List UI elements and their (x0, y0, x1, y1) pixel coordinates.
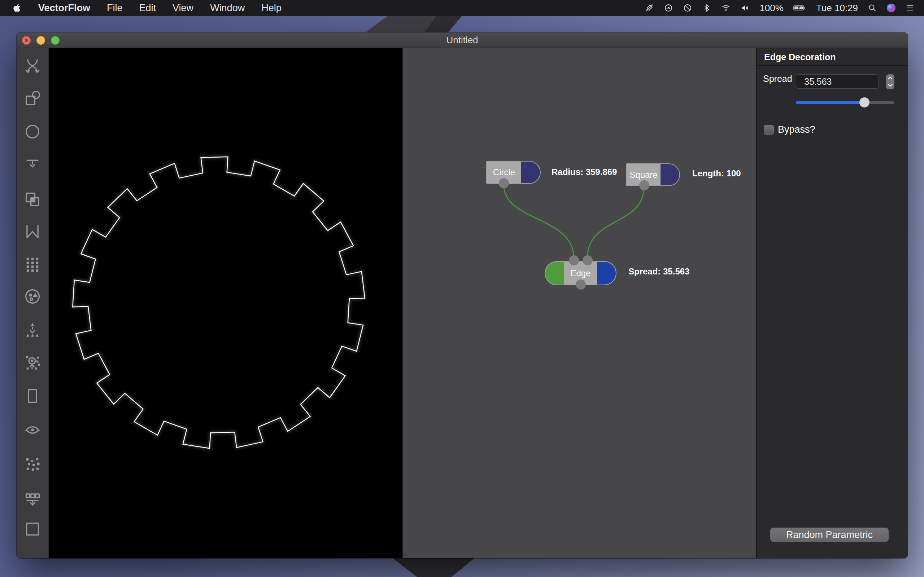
toolbar-button-bounds-square[interactable] (22, 518, 43, 540)
slider-fill (796, 102, 864, 104)
toolbar-button-circle-shape[interactable] (22, 121, 43, 142)
edge-input-port-1[interactable] (569, 255, 579, 266)
toolbar-button-crossing-paths[interactable] (22, 55, 43, 77)
pen-slash-icon[interactable] (645, 3, 654, 13)
toolbar-button-distribute-copies[interactable] (22, 319, 43, 341)
square-output-port[interactable] (639, 180, 649, 190)
desktop: VectorFlow File Edit View Window Help (0, 0, 924, 577)
siri-icon[interactable] (887, 3, 895, 12)
slider-knob[interactable] (859, 97, 869, 108)
toolbar-button-scatter-points[interactable] (22, 453, 43, 475)
notification-list-icon[interactable] (905, 3, 914, 13)
volume-icon[interactable] (740, 3, 750, 13)
insert-point-icon (23, 154, 42, 173)
creative-cloud-icon[interactable] (664, 3, 673, 13)
do-not-disturb-icon[interactable] (683, 3, 692, 13)
edge-param-label: Spread: 35.563 (628, 266, 690, 277)
window-title: Untitled (446, 35, 478, 46)
inspector-title: Edge Decoration (764, 52, 836, 62)
minimize-button[interactable] (36, 36, 45, 45)
toolbar-button-union-shapes[interactable] (22, 88, 43, 109)
toolbar-button-frame-rect[interactable] (22, 385, 43, 407)
frame-rect-icon (23, 387, 42, 405)
menu-file[interactable]: File (107, 3, 123, 14)
node-square-output-cap (661, 164, 679, 185)
bypass-label: Bypass? (778, 124, 815, 135)
render-canvas[interactable] (49, 48, 402, 558)
toolbar-button-zigzag-path[interactable] (22, 221, 43, 242)
node-edge-input-cap (545, 262, 564, 285)
edge-output-port[interactable] (576, 279, 586, 290)
edge-input-port-2[interactable] (583, 255, 593, 266)
spread-stepper[interactable] (886, 74, 894, 89)
divider (757, 65, 908, 66)
shape-collection-icon (23, 287, 42, 306)
bypass-checkbox[interactable] (764, 125, 774, 135)
node-graph-editor[interactable]: Circle Square Edge Radius: 359.869 Lengt… (402, 48, 756, 558)
toolbar-button-shape-collection[interactable] (22, 285, 43, 307)
spread-slider[interactable] (796, 97, 894, 108)
stepper-up-icon[interactable] (886, 74, 894, 82)
gear-outline-shape (73, 157, 365, 448)
visibility-eye-icon (23, 420, 42, 438)
spotlight-search-icon[interactable] (868, 3, 877, 13)
toolbar-button-grid-points[interactable] (22, 253, 43, 275)
node-edge-output-cap (597, 262, 616, 285)
zoom-button[interactable] (51, 36, 60, 45)
bounds-square-icon (23, 520, 42, 538)
spread-input[interactable] (796, 74, 879, 89)
battery-icon (793, 3, 806, 13)
wifi-icon[interactable] (721, 3, 730, 13)
menu-app-name[interactable]: VectorFlow (38, 3, 90, 14)
square-param-label: Length: 100 (692, 168, 741, 179)
battery-percent: 100% (759, 3, 783, 14)
inspector-panel: Edge Decoration Spread Bypass? Random Pa… (756, 48, 908, 558)
wire-circle-to-edge[interactable] (504, 186, 574, 256)
toolbar-button-gather-points[interactable] (22, 351, 43, 373)
circle-output-port[interactable] (499, 178, 509, 188)
wallpaper-shape (393, 558, 474, 577)
grid-points-icon (23, 255, 42, 273)
node-square-label: Square (630, 170, 657, 180)
menu-clock[interactable]: Tue 10:29 (816, 3, 858, 14)
toolbar-button-insert-point[interactable] (22, 153, 43, 174)
node-edge-label: Edge (570, 268, 591, 279)
stepper-down-icon[interactable] (886, 82, 894, 89)
spread-label: Spread (763, 74, 792, 84)
toolbar-button-visibility-eye[interactable] (22, 418, 43, 440)
merge-collect-icon (23, 490, 42, 509)
menu-help[interactable]: Help (261, 3, 281, 14)
crossing-paths-icon (23, 56, 42, 76)
menu-view[interactable]: View (173, 3, 194, 14)
apple-menu-icon[interactable] (12, 3, 22, 13)
duplicate-shapes-icon (23, 190, 42, 209)
menu-edit[interactable]: Edit (139, 3, 156, 14)
node-circle-label: Circle (493, 167, 515, 177)
toolbar-button-merge-collect[interactable] (22, 488, 43, 510)
distribute-copies-icon (23, 321, 42, 339)
wire-square-to-edge[interactable] (587, 188, 644, 256)
menu-window[interactable]: Window (210, 3, 245, 14)
menu-bar: VectorFlow File Edit View Window Help (0, 0, 924, 16)
node-circle-output-cap (521, 161, 540, 183)
node-circle[interactable]: Circle (486, 161, 541, 184)
circle-shape-icon (23, 122, 42, 141)
node-square[interactable]: Square (626, 163, 680, 186)
title-bar[interactable]: Untitled (16, 32, 908, 48)
random-parametric-button[interactable]: Random Parametric (770, 528, 888, 542)
circle-param-label: Radius: 359.869 (551, 167, 617, 177)
app-window: Untitled (16, 32, 908, 558)
union-shapes-icon (23, 89, 42, 108)
close-button[interactable] (22, 36, 31, 45)
scatter-points-icon (23, 455, 42, 474)
bluetooth-icon[interactable] (702, 3, 711, 13)
tool-sidebar (16, 48, 49, 558)
toolbar-button-duplicate-shapes[interactable] (22, 189, 43, 210)
gather-points-icon (23, 353, 42, 372)
zigzag-path-icon (23, 222, 42, 241)
